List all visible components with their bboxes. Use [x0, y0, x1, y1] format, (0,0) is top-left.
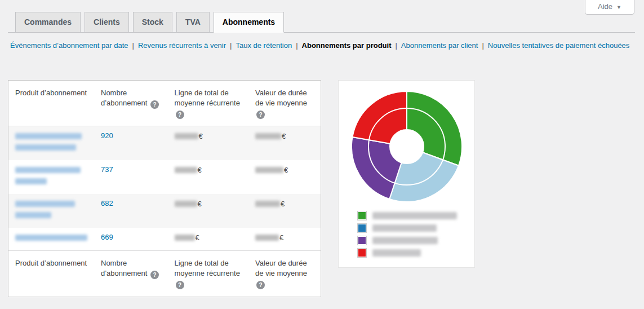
product-link-redacted[interactable]	[15, 167, 87, 184]
subscription-count-link[interactable]: 682	[101, 199, 113, 208]
subnav-item-revenus-recurrents-a-venir: Revenus récurrents à venir|	[138, 41, 236, 50]
product-link-redacted[interactable]	[15, 133, 87, 151]
table-row: 920€€	[8, 126, 321, 160]
legend-color-box	[357, 248, 367, 258]
subnav-separator: |	[482, 41, 483, 50]
subscription-count-cell: 920	[94, 126, 168, 160]
avg-lifetime-value-cell: €	[248, 160, 321, 194]
currency-symbol: €	[281, 200, 285, 208]
help-tip-icon[interactable]: ?	[150, 100, 159, 109]
legend-item-1	[357, 223, 474, 233]
avg-lifetime-value-cell: €	[248, 126, 321, 160]
subnav-separator: |	[132, 41, 134, 50]
subnav-link-taux-de-retention[interactable]: Taux de rétention	[236, 41, 292, 50]
legend-item-3	[357, 248, 474, 258]
product-name-cell	[8, 160, 94, 194]
column-header-label: Nombre d’abonnement	[101, 89, 149, 107]
subnav-link-abonnements-par-produit[interactable]: Abonnements par produit	[302, 41, 392, 50]
legend-color-box	[357, 223, 367, 233]
tab-tva[interactable]: TVA	[176, 12, 210, 32]
redacted-product-name-line	[15, 167, 81, 173]
currency-symbol: €	[198, 166, 202, 174]
subnav-link-revenus-recurrents-a-venir[interactable]: Revenus récurrents à venir	[138, 41, 226, 50]
column-header-ligne-de-total-de-moyenne-recurrente: Ligne de total de moyenne récurrente ?	[168, 81, 249, 126]
redacted-legend-label	[372, 212, 457, 219]
subnav-link-nouvelles-tentatives-de-paiement-echouees[interactable]: Nouvelles tentatives de paiement échouée…	[488, 41, 630, 50]
redacted-legend-label	[372, 249, 421, 257]
redacted-product-name-line	[15, 212, 51, 218]
subnav-separator: |	[230, 41, 232, 50]
subscription-count-link[interactable]: 737	[101, 165, 113, 174]
column-header-nombre-d-abonnement: Nombre d’abonnement ?	[94, 250, 168, 297]
legend-color-box	[357, 211, 367, 220]
redacted-product-name-line	[15, 201, 75, 207]
subnav-link-abonnements-par-client[interactable]: Abonnements par client	[401, 41, 478, 50]
reports-page: CommandesClientsStockTVAAbonnements Évén…	[0, 0, 644, 297]
subscription-count-cell: 682	[94, 194, 168, 228]
currency-symbol: €	[198, 200, 202, 208]
table-row: 682€€	[8, 194, 321, 228]
currency-symbol: €	[284, 166, 288, 174]
subscription-count-cell: 737	[94, 160, 168, 194]
product-link-redacted[interactable]	[15, 235, 87, 241]
currency-symbol: €	[279, 233, 283, 242]
tab-clients[interactable]: Clients	[85, 12, 129, 32]
help-tip-icon[interactable]: ?	[256, 281, 265, 289]
currency-symbol: €	[196, 233, 199, 242]
legend-item-2	[357, 236, 474, 245]
column-header-label: Valeur de durée de vie moyenne	[255, 89, 307, 107]
table-row: 669€€	[8, 228, 321, 251]
column-header-label: Nombre d’abonnement	[101, 259, 149, 277]
help-button-label: Aide	[598, 2, 612, 11]
column-header-label: Valeur de durée de vie moyenne	[255, 259, 307, 277]
legend-color-swatch	[358, 237, 366, 244]
redacted-amount	[255, 133, 281, 139]
redacted-legend-label	[372, 237, 438, 244]
help-tip-icon[interactable]: ?	[176, 281, 184, 289]
redacted-amount	[175, 167, 197, 173]
subnav-separator: |	[296, 41, 297, 50]
avg-lifetime-value-cell: €	[248, 228, 321, 251]
avg-recurring-total-cell: €	[168, 194, 249, 228]
help-tip-icon[interactable]: ?	[150, 271, 159, 279]
table-row: 737€€	[8, 160, 321, 194]
subnav-item-abonnements-par-produit: Abonnements par produit|	[302, 41, 401, 50]
avg-recurring-total-cell: €	[168, 228, 249, 251]
help-tip-icon[interactable]: ?	[176, 111, 184, 119]
subnav-item-nouvelles-tentatives-de-paiement-echouees: Nouvelles tentatives de paiement échouée…	[488, 41, 630, 50]
redacted-product-name-line	[15, 133, 82, 139]
subnav-link-evenements-d-abonnement-par-date[interactable]: Événements d’abonnement par date	[10, 41, 128, 50]
help-tip-icon[interactable]: ?	[256, 111, 265, 119]
redacted-amount	[255, 167, 283, 173]
redacted-product-name-line	[15, 144, 76, 151]
column-header-valeur-de-duree-de-vie-moyenne: Valeur de durée de vie moyenne ?	[248, 81, 321, 126]
chevron-down-icon: ▼	[616, 5, 621, 10]
redacted-product-name-line	[15, 178, 47, 184]
column-header-produit-d-abonnement: Produit d’abonnement	[8, 250, 94, 297]
subscription-count-link[interactable]: 920	[101, 131, 113, 140]
redacted-amount	[175, 201, 197, 207]
subscription-count-link[interactable]: 669	[101, 233, 113, 241]
tab-stock[interactable]: Stock	[133, 12, 172, 32]
column-header-valeur-de-duree-de-vie-moyenne: Valeur de durée de vie moyenne ?	[248, 250, 321, 297]
redacted-legend-label	[372, 224, 437, 232]
legend-color-box	[357, 236, 367, 245]
report-content: Produit d’abonnementNombre d’abonnement …	[8, 80, 635, 297]
column-header-ligne-de-total-de-moyenne-recurrente: Ligne de total de moyenne récurrente ?	[168, 250, 249, 297]
tab-abonnements[interactable]: Abonnements	[214, 12, 284, 33]
column-header-label: Ligne de total de moyenne récurrente	[175, 259, 240, 277]
report-tabs: CommandesClientsStockTVAAbonnements	[8, 0, 635, 33]
tab-commandes[interactable]: Commandes	[15, 12, 81, 32]
avg-recurring-total-cell: €	[168, 126, 249, 160]
avg-lifetime-value-cell: €	[248, 194, 321, 228]
donut-center-hole	[390, 130, 424, 164]
subscriptions-donut-chart-box	[338, 80, 475, 268]
legend-item-0	[357, 211, 474, 220]
report-subnav: Événements d’abonnement par date|Revenus…	[10, 41, 635, 51]
help-button[interactable]: Aide▼	[585, 0, 634, 15]
legend-color-swatch	[358, 224, 366, 232]
product-link-redacted[interactable]	[15, 201, 87, 218]
avg-recurring-total-cell: €	[168, 160, 249, 194]
redacted-amount	[255, 235, 279, 241]
legend-color-swatch	[358, 212, 366, 219]
